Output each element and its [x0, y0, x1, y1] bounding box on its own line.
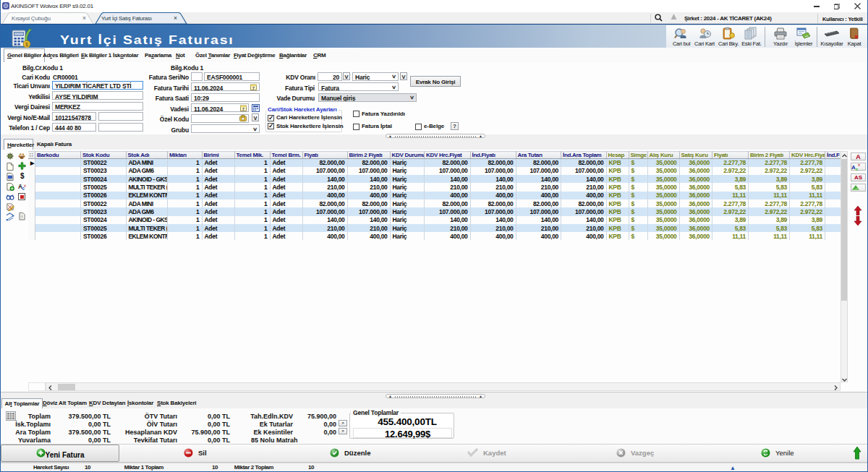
svg-text:$: $	[25, 42, 28, 48]
svg-text:c: c	[856, 167, 859, 171]
